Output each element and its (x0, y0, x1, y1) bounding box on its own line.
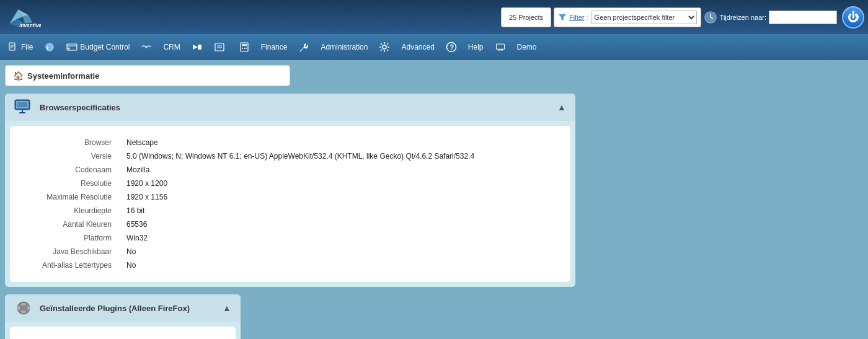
svg-line-34 (381, 43, 382, 45)
nav-finance[interactable]: Finance (256, 37, 293, 58)
svg-line-37 (381, 50, 382, 51)
monitor-icon (12, 99, 35, 116)
svg-point-18 (68, 48, 70, 50)
nav-demo[interactable]: Demo (512, 37, 542, 58)
nav-demo-label: Demo (517, 43, 537, 51)
svg-line-36 (387, 43, 388, 45)
table-row: Versie5.0 (Windows; N; Windows NT 6.1; e… (22, 149, 558, 163)
help-icon: ? (446, 42, 457, 53)
nav-gear-icon[interactable] (374, 37, 395, 58)
browser-specs-content: BrowserNetscapeVersie5.0 (Windows; N; Wi… (10, 126, 570, 282)
breadcrumb-label: Systeeminformatie (27, 71, 99, 81)
projects-count: 25 Projects (501, 7, 551, 27)
tijdreizen-input[interactable] (769, 11, 837, 24)
nav-advanced-label: Advanced (401, 43, 434, 51)
nav-crm-label: CRM (163, 43, 180, 51)
plugins-header: Geïnstalleerde Plugins (Alleen FireFox) … (5, 294, 241, 322)
top-bar: invantive 25 Projects Filter : Geen proj… (0, 0, 868, 34)
gear-icon (379, 42, 390, 53)
nav-crm[interactable]: CRM (158, 37, 185, 58)
nav-budget-label: Budget Control (80, 43, 130, 51)
power-button[interactable]: ⏻ (842, 6, 864, 29)
row-label: Java Beschikbaar (22, 245, 122, 258)
row-value: No (122, 245, 558, 258)
row-label: Anti-alias Lettertypes (22, 258, 122, 272)
handshake-icon (141, 42, 152, 53)
home-icon: 🏠 (13, 71, 24, 81)
svg-rect-47 (19, 112, 25, 113)
plugins-collapse[interactable]: ▲ (221, 302, 233, 314)
logo-area: invantive (5, 5, 42, 30)
plugins-content (10, 327, 236, 339)
row-value: 5.0 (Windows; N; Windows NT 6.1; en-US) … (122, 149, 558, 163)
row-value: Netscape (122, 136, 558, 149)
nav-arrow-icon[interactable] (187, 37, 208, 58)
row-value: 65536 (122, 218, 558, 231)
power-icon: ⏻ (848, 12, 859, 23)
plugins-title: Geïnstalleerde Plugins (Alleen FireFox) (40, 304, 216, 313)
plugins-section: Geïnstalleerde Plugins (Alleen FireFox) … (5, 294, 241, 339)
svg-line-35 (387, 50, 388, 51)
nav-file[interactable]: File (2, 37, 38, 58)
browser-specs-table: BrowserNetscapeVersie5.0 (Windows; N; Wi… (22, 136, 558, 272)
svg-rect-52 (27, 306, 30, 310)
nav-help-label: Help (468, 43, 484, 51)
table-row: CodenaamMozilla (22, 163, 558, 177)
row-label: Aantal Kleuren (22, 218, 122, 231)
row-label: Codenaam (22, 163, 122, 177)
filter-separator: : (587, 14, 589, 21)
demo-icon (495, 42, 506, 53)
budget-icon (66, 42, 78, 53)
nav-budget[interactable]: Budget Control (61, 37, 135, 58)
projects-bar: 25 Projects Filter : Geen projectspecifi… (501, 0, 868, 34)
nav-admin[interactable]: Administration (316, 37, 373, 58)
table-row: Java BeschikbaarNo (22, 245, 558, 258)
clock-icon (704, 11, 717, 24)
arrow-icon (192, 42, 203, 53)
svg-rect-46 (22, 110, 23, 112)
filter-select[interactable]: Geen projectspecifiek filter (591, 11, 697, 24)
row-label: Browser (22, 136, 122, 149)
wrench-icon (298, 42, 309, 53)
nav-calc-icon[interactable] (234, 37, 255, 58)
svg-rect-51 (17, 306, 20, 310)
nav-demo-icon[interactable] (490, 37, 511, 58)
table-row: Anti-alias LettertypesNo (22, 258, 558, 272)
table-row: PlatformWin32 (22, 231, 558, 245)
browser-specs-collapse[interactable]: ▲ (556, 101, 568, 113)
nav-wrench-icon[interactable] (293, 37, 314, 58)
svg-point-26 (242, 48, 243, 49)
svg-text:?: ? (450, 43, 454, 51)
browser-specs-section: Browserspecificaties ▲ BrowserNetscapeVe… (5, 94, 575, 287)
svg-text:i: i (47, 45, 48, 51)
row-label: Kleurdiepte (22, 204, 122, 218)
row-value: No (122, 258, 558, 272)
row-value: Win32 (122, 231, 558, 245)
nav-reports[interactable] (209, 37, 232, 58)
plugin-icon (12, 299, 35, 317)
svg-marker-19 (193, 45, 198, 50)
row-label: Resolutie (22, 177, 122, 190)
table-row: Resolutie1920 x 1200 (22, 177, 558, 190)
nav-help[interactable]: Help (463, 37, 489, 58)
browser-specs-header: Browserspecificaties ▲ (5, 94, 575, 121)
browser-specs-title: Browserspecificaties (40, 103, 551, 112)
nav-file-label: File (21, 43, 33, 51)
svg-rect-20 (198, 45, 202, 50)
filter-label[interactable]: Filter (569, 14, 584, 21)
nav-handshake-icon[interactable] (136, 37, 157, 58)
calc-icon (239, 42, 250, 53)
reports-icon (214, 42, 225, 53)
nav-app-icon[interactable]: i (39, 37, 60, 58)
svg-point-27 (244, 48, 245, 49)
svg-marker-5 (559, 14, 566, 20)
tijdreizen-box: Tijdreizen naar: (704, 11, 837, 24)
svg-rect-50 (21, 310, 26, 313)
row-label: Platform (22, 231, 122, 245)
svg-text:invantive: invantive (19, 22, 41, 28)
nav-advanced[interactable]: Advanced (396, 37, 439, 58)
logo-icon: invantive (5, 5, 42, 30)
nav-help-icon[interactable]: ? (441, 37, 462, 58)
app-icon: i (44, 42, 55, 53)
svg-point-28 (246, 48, 247, 49)
